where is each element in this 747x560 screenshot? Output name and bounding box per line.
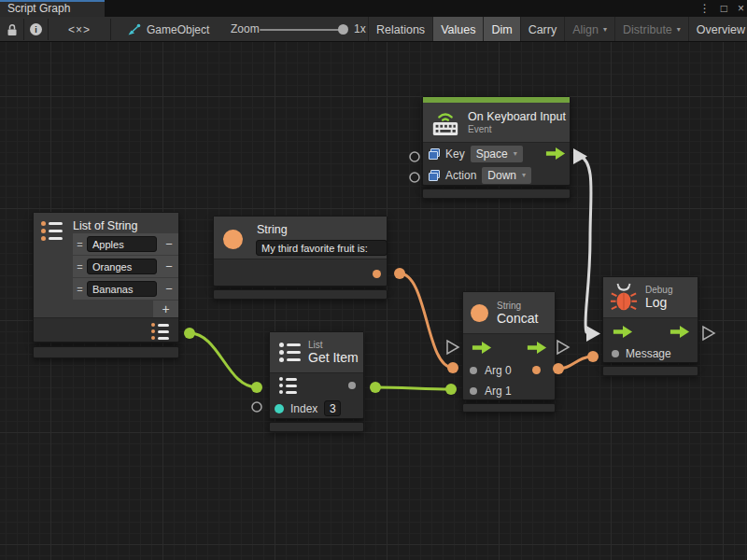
zoom-slider-track[interactable] <box>260 29 347 31</box>
list-item-input[interactable]: Oranges <box>87 259 157 274</box>
action-icon <box>429 170 440 181</box>
trigger-out-port[interactable] <box>527 341 547 355</box>
trigger-row <box>603 318 698 344</box>
list-item-row: = Apples − <box>73 233 178 255</box>
list-item-input[interactable]: Apples <box>87 236 157 252</box>
carry-button[interactable]: Carry <box>520 17 565 42</box>
node-footer <box>33 346 179 358</box>
keycode-icon <box>429 148 440 160</box>
remove-item-button[interactable]: − <box>160 282 178 296</box>
graph-target-chip[interactable]: GameObject <box>127 17 209 42</box>
list-icon <box>279 343 301 362</box>
zoom-label: Zoom <box>231 17 260 42</box>
node-header: String Concat <box>463 292 555 334</box>
add-item-button[interactable]: + <box>153 301 178 317</box>
list-item-input[interactable]: Bananas <box>87 281 157 297</box>
index-value-input[interactable]: 3 <box>324 400 341 416</box>
arg0-input-port[interactable] <box>470 367 477 374</box>
node-footer <box>602 366 698 376</box>
list-input-port[interactable] <box>279 377 297 394</box>
trigger-in-port[interactable] <box>472 341 492 355</box>
info-icon: i <box>30 23 42 35</box>
remove-item-button[interactable]: − <box>160 259 178 273</box>
key-row: Key Space ▾ <box>423 143 570 164</box>
string-list-editor: = Apples − = Oranges − = Bananas − + <box>73 233 178 317</box>
node-list-get-item[interactable]: List Get Item Index 3 <box>269 331 364 419</box>
trigger-out-port[interactable] <box>545 147 566 161</box>
toolbar-separator <box>110 19 111 40</box>
align-dropdown[interactable]: Align ▾ <box>564 17 614 42</box>
arg1-input-port[interactable] <box>470 387 477 395</box>
node-title: On Keyboard Input <box>468 110 566 123</box>
lock-icon <box>7 23 18 36</box>
node-subtitle: Event <box>468 124 566 134</box>
item-output-port[interactable] <box>348 382 356 389</box>
string-type-icon <box>223 230 243 249</box>
message-input-port[interactable] <box>612 350 619 357</box>
chevron-down-icon: ▾ <box>603 18 607 42</box>
key-select[interactable]: Space ▾ <box>471 146 523 162</box>
arg0-row: Arg 0 <box>463 360 555 381</box>
list-icon <box>41 221 63 241</box>
trigger-in-port[interactable] <box>613 325 633 339</box>
result-output-port[interactable] <box>532 366 541 374</box>
close-icon[interactable]: × <box>738 0 744 17</box>
arg1-row: Arg 1 <box>463 381 555 401</box>
trigger-row <box>463 334 555 360</box>
unity-script-graph-window: Script Graph ⋮ □ × i <×> <box>0 0 747 560</box>
node-footer <box>213 289 388 300</box>
node-title: List of String <box>73 219 137 232</box>
remove-item-button[interactable]: − <box>160 237 178 251</box>
action-row: Action Down ▾ <box>423 164 570 186</box>
relations-button[interactable]: Relations <box>368 17 432 42</box>
code-view-button[interactable]: <×> <box>49 17 110 42</box>
node-debug-log[interactable]: Debug Log Message <box>602 276 698 363</box>
list-item-row: = Bananas − <box>73 278 178 300</box>
string-value-input[interactable]: My third favorite fruit is: <box>256 240 388 256</box>
node-footer <box>462 403 556 413</box>
graph-toolbar: i <×> GameObject Zoom 1x Relations Value… <box>0 17 747 42</box>
trigger-out-port[interactable] <box>669 325 690 339</box>
lock-button[interactable] <box>0 17 23 42</box>
drag-handle-icon[interactable]: = <box>73 261 87 273</box>
node-header: On Keyboard Input Event <box>423 103 570 143</box>
node-title: Get Item <box>308 350 359 365</box>
action-select[interactable]: Down ▾ <box>482 167 531 184</box>
graph-target-label: GameObject <box>147 23 209 36</box>
node-string-literal[interactable]: String My third favorite fruit is: <box>213 216 388 287</box>
overview-button[interactable]: Overview <box>688 17 747 42</box>
list-output-port[interactable] <box>151 323 169 340</box>
zoom-slider-handle[interactable] <box>338 24 348 35</box>
index-input-port[interactable] <box>275 404 284 413</box>
toolbar-toggle-group: Relations Values Dim Carry Align ▾ Distr… <box>368 17 747 42</box>
drag-handle-icon[interactable]: = <box>73 239 87 250</box>
chevron-down-icon: ▾ <box>522 171 526 179</box>
node-category: String <box>497 301 538 311</box>
index-label: Index <box>290 402 317 415</box>
node-title: String <box>257 223 288 236</box>
distribute-dropdown[interactable]: Distribute ▾ <box>614 17 688 42</box>
message-row: Message <box>603 344 698 363</box>
bug-icon <box>610 283 638 313</box>
arg1-label: Arg 1 <box>485 385 512 398</box>
menu-icon[interactable]: ⋮ <box>699 0 711 17</box>
node-list-of-string[interactable]: List of String = Apples − = Oranges − = … <box>33 212 179 343</box>
node-footer <box>269 422 364 432</box>
code-icon: <×> <box>68 23 91 36</box>
keyboard-icon <box>430 107 460 137</box>
dim-button[interactable]: Dim <box>483 17 519 42</box>
info-button[interactable]: i <box>24 17 48 42</box>
action-label: Action <box>445 169 476 182</box>
node-title: Concat <box>497 311 538 326</box>
node-string-concat[interactable]: String Concat Arg 0 Arg 1 <box>462 291 556 400</box>
tab-script-graph[interactable]: Script Graph <box>0 0 105 17</box>
string-output-port[interactable] <box>373 270 381 278</box>
drag-handle-icon[interactable]: = <box>73 284 87 295</box>
node-header: Debug Log <box>603 277 698 318</box>
values-button[interactable]: Values <box>432 17 483 42</box>
zoom-value: 1x <box>354 17 366 42</box>
node-on-keyboard-input[interactable]: On Keyboard Input Event Key Space ▾ Acti… <box>422 96 571 186</box>
node-header: List Get Item <box>270 332 363 373</box>
maximize-icon[interactable]: □ <box>721 0 727 17</box>
tab-bar: Script Graph ⋮ □ × <box>0 0 747 17</box>
